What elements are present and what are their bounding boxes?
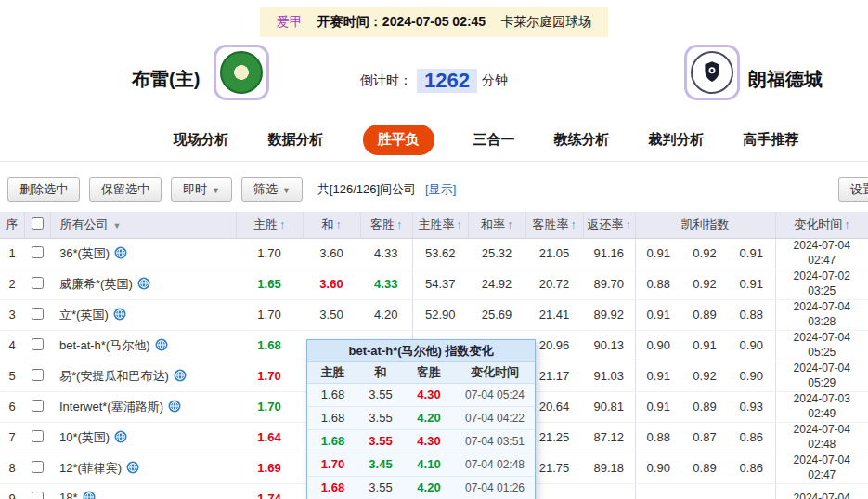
tab-coach-analysis[interactable]: 教练分析 [554,131,610,149]
globe-icon[interactable] [137,277,150,293]
company-name[interactable]: 立*(英国) [59,308,109,322]
change-time-cell: 2024-07-0203:25 [775,269,868,299]
keep-selected-button[interactable]: 保留选中 [89,177,162,202]
change-clock-line: 02:47 [776,254,868,269]
row-checkbox[interactable] [32,338,44,350]
row-checkbox[interactable] [32,461,44,473]
row-seq: 4 [0,330,24,361]
header-return-rate[interactable]: 返还率↑ [583,212,635,238]
change-time-cell: 2024-07-0403:28 [775,299,868,330]
change-time-cell: 2024-07-0402:48 [775,422,868,453]
sort-asc-icon[interactable]: ↑ [457,218,462,231]
header-draw-odds[interactable]: 和↑ [303,212,360,238]
filter-dropdown[interactable]: 筛选▼ [241,177,303,202]
globe-icon[interactable] [114,430,127,446]
change-time-cell: 2024-07-04 [775,483,868,499]
kelly-away-cell: 0.86 [728,422,775,453]
tab-three-in-one[interactable]: 三合一 [473,131,515,149]
globe-icon[interactable] [113,308,126,323]
header-away-odds[interactable]: 客胜↑ [360,212,412,238]
tab-expert-picks[interactable]: 高手推荐 [744,131,799,149]
row-seq: 8 [0,453,24,483]
company-name[interactable]: 12*(菲律宾) [59,461,122,475]
company-name[interactable]: 36*(英国) [59,246,110,260]
row-check-cell [24,391,50,422]
tab-live-analysis[interactable]: 现场分析 [174,131,229,149]
globe-icon[interactable] [114,246,127,262]
popup-change-time: 07-04 01:26 [455,476,535,499]
globe-icon[interactable] [83,491,96,499]
row-checkbox[interactable] [32,369,44,381]
match-info-strip: 爱甲 开赛时间：2024-07-05 02:45 卡莱尔庭园球场 [260,7,608,37]
globe-icon[interactable] [174,369,187,385]
header-away-rate-label: 客胜率 [533,217,569,231]
settings-button[interactable]: 设置/说明 [838,177,868,202]
globe-icon[interactable] [168,400,181,415]
globe-icon[interactable] [155,338,168,354]
globe-icon[interactable] [126,461,139,477]
away-odds-cell: 4.33 [360,269,412,299]
tab-data-analysis[interactable]: 数据分析 [268,131,324,149]
sort-asc-icon[interactable]: ↑ [571,218,577,231]
match-info-bar: 爱甲 开赛时间：2024-07-05 02:45 卡莱尔庭园球场 [0,7,868,37]
league-link[interactable]: 爱甲 [277,14,303,31]
header-return-rate-label: 返还率 [588,217,624,231]
draw-rate-cell: 25.69 [468,299,525,330]
instant-dropdown[interactable]: 即时▼ [171,177,232,202]
delete-selected-label: 删除选中 [19,182,68,196]
away-rate-cell: 21.05 [525,238,583,269]
analysis-tabs: 现场分析 数据分析 胜平负 三合一 教练分析 裁判分析 高手推荐 [0,119,868,162]
sort-asc-icon[interactable]: ↑ [626,218,631,231]
home-odds-cell: 1.70 [236,391,303,422]
popup-home-odds: 1.68 [321,411,344,425]
sort-asc-icon[interactable]: ↑ [336,218,342,231]
header-home-odds[interactable]: 主胜↑ [236,212,303,238]
company-name[interactable]: bet-at-h*(马尔他) [59,338,150,352]
select-all-checkbox[interactable] [32,217,44,230]
row-checkbox[interactable] [32,308,44,320]
change-clock-line: 02:48 [776,438,868,453]
show-link[interactable]: [显示] [425,181,456,198]
row-seq: 3 [0,299,24,330]
return-rate-cell: 87.12 [583,422,635,453]
row-checkbox[interactable] [32,400,44,412]
row-checkbox[interactable] [32,277,44,289]
row-checkbox[interactable] [32,430,44,442]
sort-asc-icon[interactable]: ↑ [279,218,285,231]
header-change-time-label: 变化时间 [794,217,842,231]
caret-down-icon: ▼ [212,186,220,195]
away-crest-icon [691,51,733,94]
popup-draw-cell: 3.45 [358,453,403,476]
home-odds-cell: 1.70 [236,361,303,391]
tab-win-draw-lose[interactable]: 胜平负 [363,125,434,155]
row-checkbox[interactable] [32,492,44,499]
row-checkbox[interactable] [32,246,44,258]
company-name[interactable]: 18* [59,491,78,499]
change-clock-line: 02:47 [776,468,868,483]
table-header-row: 序 所有公司▼ 主胜↑ 和↑ 客胜↑ 主胜率↑ 和率↑ 客胜率↑ 返还率↑ 凯利… [0,212,868,238]
company-name[interactable]: 易*(安提瓜和巴布达) [59,369,169,383]
header-away-rate[interactable]: 客胜率↑ [525,212,583,238]
countdown-unit: 分钟 [482,72,508,87]
header-draw-rate[interactable]: 和率↑ [468,212,525,238]
sort-asc-icon[interactable]: ↑ [396,218,402,231]
home-odds: 1.68 [257,338,280,352]
popup-row: 1.70 3.45 4.10 07-04 02:48 [307,453,535,476]
popup-row: 1.68 3.55 4.20 07-04 04:22 [307,406,535,429]
company-name[interactable]: Interwet*(塞浦路斯) [59,400,163,414]
tab-referee-analysis[interactable]: 裁判分析 [649,131,705,149]
company-name[interactable]: 10*(英国) [59,430,110,444]
table-toolbar: 删除选中 保留选中 即时▼ 筛选▼ 共[126/126]间公司 [显示] 设置/… [0,177,868,203]
change-time-cell: 2024-07-0302:49 [775,391,868,422]
row-seq: 6 [0,391,24,422]
sort-asc-icon[interactable]: ↑ [844,218,849,231]
sort-asc-icon[interactable]: ↑ [507,218,512,231]
popup-draw-odds: 3.55 [369,387,392,401]
header-company[interactable]: 所有公司▼ [50,212,236,238]
company-name[interactable]: 威廉希*(英国) [59,277,133,291]
delete-selected-button[interactable]: 删除选中 [7,177,80,202]
header-change-time[interactable]: 变化时间↑ [775,212,868,238]
away-rate-cell: 20.72 [525,269,583,299]
header-home-rate[interactable]: 主胜率↑ [412,212,468,238]
kelly-home-cell: 0.91 [635,361,681,391]
